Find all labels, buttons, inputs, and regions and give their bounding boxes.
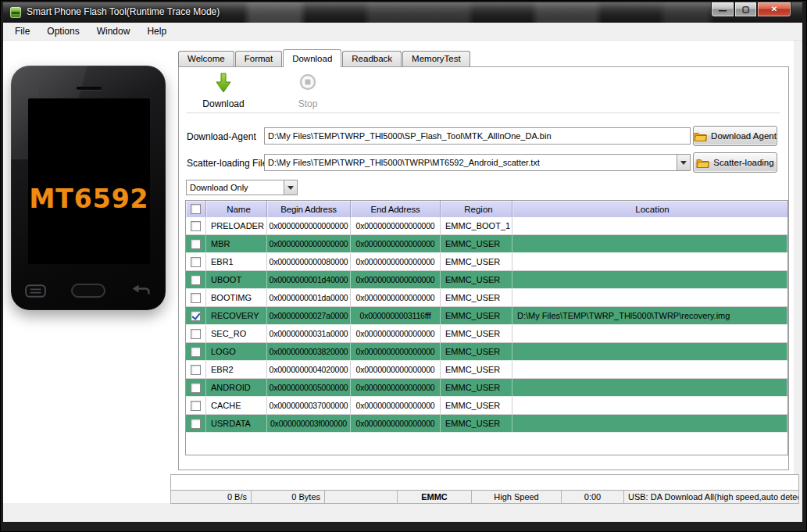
row-checkbox-cell: [186, 361, 206, 378]
row-checkbox[interactable]: [191, 275, 201, 285]
cell-name: LOGO: [206, 343, 267, 360]
table-row[interactable]: CACHE0x00000000370000000x000000000000000…: [186, 397, 787, 415]
cell-end-address: 0x0000000000000000: [351, 271, 441, 288]
row-checkbox[interactable]: [191, 365, 201, 375]
cell-location: [512, 343, 787, 360]
select-all-checkbox[interactable]: [191, 204, 201, 214]
cell-end-address: 0x0000000000000000: [351, 289, 441, 306]
menu-help[interactable]: Help: [138, 23, 175, 39]
phone-nav-buttons: [25, 280, 152, 301]
cell-end-address: 0x0000000000000000: [351, 253, 441, 270]
row-checkbox[interactable]: [191, 347, 201, 357]
header-end-address[interactable]: End Address: [351, 201, 441, 217]
cell-begin-address: 0x0000000000000000: [267, 217, 351, 234]
window-title: Smart Phone Flash Tool(Runtime Trace Mod…: [27, 6, 220, 17]
phone-back-icon: [130, 284, 152, 298]
cell-location: [512, 397, 787, 414]
cell-begin-address: 0x0000000005000000: [267, 379, 351, 396]
menu-bar: File Options Window Help: [3, 23, 802, 41]
menu-options[interactable]: Options: [38, 23, 87, 39]
folder-icon: [694, 131, 707, 141]
chipset-label: MT6592: [29, 184, 148, 214]
row-checkbox[interactable]: [191, 221, 201, 231]
header-region[interactable]: Region: [441, 201, 512, 217]
tab-welcome[interactable]: Welcome: [178, 51, 234, 66]
download-mode-combobox[interactable]: Download Only: [186, 180, 298, 195]
download-agent-button[interactable]: Download Agent: [693, 126, 777, 146]
cell-name: CACHE: [206, 397, 267, 414]
cell-begin-address: 0x0000000003820000: [267, 343, 351, 360]
minimize-button[interactable]: —: [711, 2, 734, 17]
cell-region: EMMC_USER: [441, 343, 512, 360]
app-window: Smart Phone Flash Tool(Runtime Trace Mod…: [0, 0, 807, 532]
table-row[interactable]: PRELOADER0x00000000000000000x00000000000…: [186, 217, 787, 235]
header-location[interactable]: Location: [512, 201, 787, 217]
cell-begin-address: 0x00000000027a0000: [267, 307, 351, 324]
row-checkbox[interactable]: [191, 311, 201, 321]
tab-memorytest[interactable]: MemoryTest: [402, 51, 470, 66]
toolbar-separator: [186, 112, 780, 113]
scatter-file-combobox[interactable]: D:\My Files\TEMP\TWRP_THl5000\TWRP\MT659…: [264, 154, 691, 171]
maximize-icon: ▢: [742, 5, 749, 13]
phone-brand-label: BM: [21, 87, 39, 98]
cell-begin-address: 0x0000000004020000: [267, 361, 351, 378]
stop-button[interactable]: Stop: [275, 73, 341, 110]
row-checkbox[interactable]: [191, 257, 201, 267]
table-row[interactable]: UBOOT0x0000000001d400000x000000000000000…: [186, 271, 787, 289]
cell-name: MBR: [206, 235, 267, 252]
status-storage: EMMC: [398, 491, 472, 503]
row-checkbox-cell: [186, 307, 206, 324]
table-header: Name Begin Address End Address Region Lo…: [186, 201, 787, 217]
table-body: PRELOADER0x00000000000000000x00000000000…: [186, 217, 787, 433]
download-mode-value: Download Only: [187, 183, 284, 192]
download-agent-input[interactable]: [264, 127, 691, 145]
menu-file[interactable]: File: [6, 23, 38, 39]
table-row[interactable]: LOGO0x00000000038200000x0000000000000000…: [186, 343, 787, 361]
mode-dropdown-arrow-icon[interactable]: [284, 180, 297, 195]
cell-region: EMMC_USER: [441, 379, 512, 396]
maximize-button[interactable]: ▢: [734, 2, 757, 17]
tab-download[interactable]: Download: [283, 49, 341, 67]
table-row[interactable]: RECOVERY0x00000000027a00000x000000000311…: [186, 307, 787, 325]
table-row[interactable]: USRDATA0x000000003f0000000x0000000000000…: [186, 415, 787, 433]
scatter-loading-button[interactable]: Scatter-loading: [693, 152, 777, 173]
cell-end-address: 0x0000000000000000: [351, 397, 441, 414]
cell-location: [512, 217, 787, 234]
cell-name: EBR1: [206, 253, 267, 270]
table-row[interactable]: EBR10x00000000000800000x0000000000000000…: [186, 253, 787, 271]
status-bytes: 0 Bytes: [252, 491, 325, 503]
close-button[interactable]: ✕: [757, 2, 791, 17]
row-checkbox-cell: [186, 397, 206, 414]
cell-begin-address: 0x0000000000080000: [267, 253, 351, 270]
status-usb-speed: High Speed: [472, 491, 562, 503]
bottom-margin: [3, 503, 802, 522]
tab-readback[interactable]: Readback: [342, 51, 402, 66]
table-row[interactable]: MBR0x00000000000000000x0000000000000000E…: [186, 235, 787, 253]
header-begin-address[interactable]: Begin Address: [267, 201, 351, 217]
scatter-dropdown-arrow-icon[interactable]: [677, 155, 690, 170]
cell-region: EMMC_BOOT_1: [441, 217, 512, 234]
phone-menu-icon: [25, 284, 46, 298]
menu-window[interactable]: Window: [88, 23, 139, 39]
tab-format[interactable]: Format: [235, 51, 282, 66]
download-button[interactable]: Download: [191, 73, 256, 110]
title-bar[interactable]: Smart Phone Flash Tool(Runtime Trace Mod…: [3, 2, 802, 23]
download-arrow-icon: [191, 73, 256, 95]
row-checkbox[interactable]: [191, 419, 201, 429]
row-checkbox[interactable]: [191, 239, 201, 249]
row-checkbox[interactable]: [191, 293, 201, 303]
row-checkbox[interactable]: [191, 383, 201, 393]
cell-end-address: 0x0000000000000000: [351, 325, 441, 342]
row-checkbox[interactable]: [191, 329, 201, 339]
cell-region: EMMC_USER: [441, 361, 512, 378]
table-row[interactable]: ANDROID0x00000000050000000x0000000000000…: [186, 379, 787, 397]
right-margin: [794, 41, 802, 522]
header-name[interactable]: Name: [206, 201, 267, 217]
table-row[interactable]: SEC_RO0x00000000031a00000x00000000000000…: [186, 325, 787, 343]
cell-name: BOOTIMG: [206, 289, 267, 306]
table-row[interactable]: BOOTIMG0x0000000001da00000x0000000000000…: [186, 289, 787, 307]
status-elapsed-time: 0:00: [562, 491, 624, 503]
row-checkbox[interactable]: [191, 401, 201, 411]
app-icon: [10, 7, 21, 18]
table-row[interactable]: EBR20x00000000040200000x0000000000000000…: [186, 361, 787, 379]
